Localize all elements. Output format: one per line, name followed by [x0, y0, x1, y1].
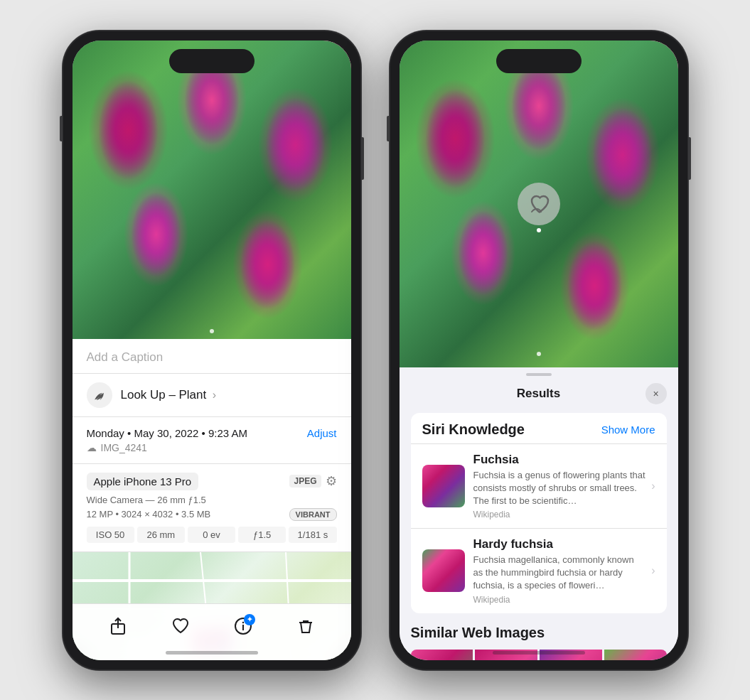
- lookup-subject: Plant: [178, 388, 206, 402]
- lookup-icon: [87, 382, 112, 408]
- gear-icon: ⚙: [326, 473, 337, 489]
- info-badge: ✦: [244, 614, 255, 625]
- hardy-fuchsia-source: Wikipedia: [473, 595, 646, 605]
- visual-lookup-button[interactable]: [518, 183, 560, 225]
- exif-iso: ISO 50: [87, 527, 134, 543]
- knowledge-item-fuchsia[interactable]: Fuchsia Fuchsia is a genus of flowering …: [411, 443, 667, 529]
- page-indicator: [210, 329, 214, 333]
- lookup-text: Look Up – Plant ›: [121, 388, 216, 402]
- dynamic-island: [169, 49, 255, 73]
- show-more-button[interactable]: Show More: [601, 424, 655, 436]
- fuchsia-name: Fuchsia: [473, 453, 646, 467]
- lookup-arrow-icon: ›: [213, 389, 216, 401]
- results-panel: Results × Siri Knowledge Show More: [400, 367, 678, 660]
- camera-lens: Wide Camera — 26 mm ƒ1.5: [87, 495, 337, 505]
- similar-image-1[interactable]: [411, 650, 473, 660]
- home-indicator-2: [493, 651, 585, 655]
- fuchsia-arrow-icon: ›: [651, 480, 655, 492]
- vibrant-badge: VIBRANT: [289, 508, 337, 521]
- exif-shutter: 1/181 s: [289, 527, 336, 543]
- caption-area[interactable]: Add a Caption: [73, 339, 351, 374]
- home-indicator: [166, 651, 258, 655]
- filename-row: ☁ IMG_4241: [87, 442, 337, 453]
- exif-focal: 26 mm: [137, 527, 185, 543]
- adjust-button[interactable]: Adjust: [307, 427, 337, 439]
- similar-web-images-section: Similar Web Images: [400, 625, 678, 660]
- photo-display[interactable]: [73, 41, 351, 339]
- close-icon: ×: [653, 388, 658, 399]
- lookup-row[interactable]: Look Up – Plant ›: [73, 374, 351, 417]
- photo-metadata: Monday • May 30, 2022 • 9:23 AM Adjust ☁…: [73, 417, 351, 464]
- phone-2: Results × Siri Knowledge Show More: [390, 31, 688, 670]
- hardy-fuchsia-content: Hardy fuchsia Fuchsia magellanica, commo…: [473, 537, 646, 605]
- photo-date: Monday • May 30, 2022 • 9:23 AM: [87, 427, 247, 439]
- info-button[interactable]: ✦: [234, 617, 252, 640]
- share-button[interactable]: [109, 617, 127, 640]
- photo-display-2[interactable]: [400, 41, 678, 367]
- hardy-fuchsia-name: Hardy fuchsia: [473, 537, 646, 551]
- jpeg-badge: JPEG: [289, 475, 321, 488]
- results-title: Results: [432, 387, 645, 401]
- hardy-fuchsia-arrow-icon: ›: [651, 564, 655, 577]
- close-button[interactable]: ×: [645, 383, 667, 404]
- results-header: Results ×: [400, 376, 678, 413]
- fuchsia-content: Fuchsia Fuchsia is a genus of flowering …: [473, 453, 646, 520]
- svg-point-10: [242, 621, 243, 623]
- fuchsia-source: Wikipedia: [473, 510, 646, 519]
- caption-placeholder[interactable]: Add a Caption: [87, 350, 164, 364]
- similar-image-4[interactable]: [604, 650, 667, 660]
- exif-ev: 0 ev: [188, 527, 235, 543]
- filename: IMG_4241: [101, 442, 147, 453]
- lookup-dot: [537, 228, 541, 232]
- knowledge-item-hardy-fuchsia[interactable]: Hardy fuchsia Fuchsia magellanica, commo…: [411, 528, 667, 613]
- camera-info: Apple iPhone 13 Pro JPEG ⚙ Wide Camera —…: [73, 464, 351, 552]
- lookup-label: Look Up –: [121, 388, 176, 402]
- siri-knowledge-title: Siri Knowledge: [422, 421, 525, 438]
- hardy-fuchsia-description: Fuchsia magellanica, commonly known as t…: [473, 554, 646, 593]
- fuchsia-description: Fuchsia is a genus of flowering plants t…: [473, 469, 646, 508]
- cloud-icon: ☁: [87, 442, 97, 453]
- fuchsia-thumbnail: [422, 465, 465, 507]
- phone-1: Add a Caption Look Up – Plant ›: [63, 31, 361, 670]
- siri-knowledge-header: Siri Knowledge Show More: [411, 413, 667, 443]
- camera-model: Apple iPhone 13 Pro: [87, 473, 199, 490]
- heart-button[interactable]: [171, 617, 190, 640]
- trash-button[interactable]: [296, 617, 315, 640]
- page-indicator-2: [537, 352, 541, 356]
- hardy-fuchsia-thumbnail: [422, 549, 465, 592]
- camera-resolution: 12 MP • 3024 × 4032 • 3.5 MB: [87, 509, 211, 519]
- similar-web-title: Similar Web Images: [411, 625, 667, 641]
- dynamic-island-2: [496, 49, 582, 73]
- exif-aperture: ƒ1.5: [238, 527, 286, 543]
- siri-knowledge-card: Siri Knowledge Show More Fuchsia Fuchsia…: [411, 413, 667, 613]
